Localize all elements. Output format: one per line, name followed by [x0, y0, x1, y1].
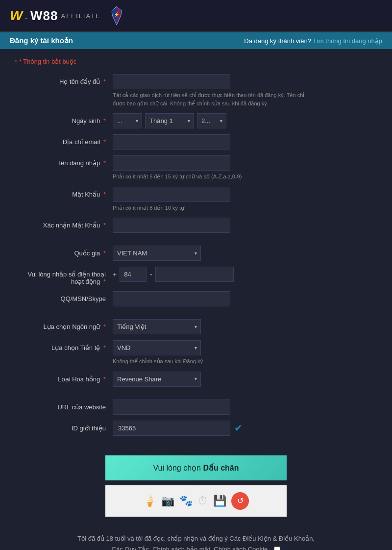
captcha-refresh-button[interactable]: ↺ — [231, 492, 249, 510]
dob-day-wrapper: ... — [113, 113, 142, 128]
confirm-password-row: Xác nhận Mật Khẩu * — [15, 218, 377, 233]
qq-input[interactable] — [113, 291, 230, 306]
language-row: Lựa chọn Ngôn ngữ * Tiếng Việt — [15, 319, 377, 334]
dob-row: Ngày sinh * ... Tháng 1 2... — [15, 113, 377, 128]
top-bar: Đăng ký tài khoản Đã đăng ký thành viên?… — [0, 32, 392, 49]
commission-select[interactable]: Revenue Share — [113, 372, 201, 387]
registration-form: * * Thông tin bắt buộc Họ tên đầy đủ * T… — [0, 49, 392, 550]
login-link[interactable]: Tìm thông tin đăng nhập — [313, 37, 382, 45]
phone-dash: - — [149, 270, 152, 279]
captcha-row: 🍦 📷 🐾 ⏱ 💾 ↺ — [105, 485, 287, 517]
username-field: Phải có ít nhất 6 đến 15 ký tự chữ và số… — [113, 155, 377, 181]
captcha-icon-floppy[interactable]: 💾 — [213, 495, 226, 507]
commission-label: Loại Hoa hồng * — [15, 372, 113, 383]
captcha-icon-camera[interactable]: 📷 — [161, 495, 174, 507]
terms-line2: Các Quy Tắc, Chính sách bảo mật, Chính s… — [44, 544, 348, 550]
captcha-icon-paw[interactable]: 🐾 — [179, 495, 193, 507]
language-select-wrapper: Tiếng Việt — [113, 319, 201, 334]
full-name-hint: Tất cả các giao dịch rút tiền sẽ chỉ đượ… — [113, 91, 309, 107]
dob-label: Ngày sinh * — [15, 113, 113, 125]
confirm-password-input[interactable] — [113, 218, 230, 233]
dob-day-select[interactable]: ... — [113, 113, 142, 128]
crystal-palace-logo: ⚡ — [107, 6, 126, 25]
country-select[interactable]: VIET NAM — [113, 246, 201, 261]
referral-field: ✔ — [113, 421, 377, 436]
dob-month-select[interactable]: Tháng 1 — [145, 113, 194, 128]
country-field: VIET NAM — [113, 246, 377, 261]
currency-row: Lựa chọn Tiền tệ * VND Không thể chỉnh s… — [15, 340, 377, 366]
website-row: URL của website — [15, 400, 377, 415]
logo-dot: . — [24, 10, 27, 22]
country-select-wrapper: VIET NAM — [113, 246, 201, 261]
currency-select-wrapper: VND — [113, 340, 201, 355]
confirm-password-label: Xác nhận Mật Khẩu * — [15, 218, 113, 229]
svg-text:⚡: ⚡ — [114, 12, 120, 18]
language-select[interactable]: Tiếng Việt — [113, 319, 201, 334]
phone-number-input[interactable] — [155, 267, 234, 282]
footprint-button[interactable]: Vui lòng chọn Dấu chân — [105, 455, 287, 480]
currency-label: Lựa chọn Tiền tệ * — [15, 340, 113, 351]
language-label: Lựa chọn Ngôn ngữ * — [15, 319, 113, 330]
referral-row: ID giới thiệu ✔ — [15, 421, 377, 436]
username-input[interactable] — [113, 155, 230, 171]
logo-w88: W88 — [30, 8, 58, 24]
logo-affiliate: AFFILIATE — [61, 12, 100, 20]
full-name-field: Tất cả các giao dịch rút tiền sẽ chỉ đượ… — [113, 74, 377, 107]
username-hint: Phải có ít nhất 6 đến 15 ký tự chữ và số… — [113, 173, 309, 181]
password-label: Mật Khẩu * — [15, 187, 113, 198]
terms-area: Tôi đã đủ 18 tuổi và tôi đã đọc, chấp nh… — [15, 525, 377, 550]
commission-field: Revenue Share — [113, 372, 377, 387]
terms-line1: Tôi đã đủ 18 tuổi và tôi đã đọc, chấp nh… — [44, 533, 348, 544]
email-input[interactable] — [113, 134, 230, 150]
confirm-password-field — [113, 218, 377, 233]
phone-row: Vui lòng nhập số điện thoại hoạt động * … — [15, 267, 377, 285]
referral-label: ID giới thiệu — [15, 421, 113, 432]
phone-code-input[interactable] — [120, 267, 147, 282]
password-hint: Phải có ít nhất 8 đến 10 ký tự — [113, 204, 309, 212]
website-label: URL của website — [15, 400, 113, 411]
commission-row: Loại Hoa hồng * Revenue Share — [15, 372, 377, 387]
captcha-icon-icecream[interactable]: 🍦 — [143, 495, 156, 507]
email-label: Địa chỉ email * — [15, 134, 113, 146]
qq-field — [113, 291, 377, 306]
currency-select[interactable]: VND — [113, 340, 201, 355]
username-label: tên đăng nhập * — [15, 155, 113, 167]
country-row: Quốc gia * VIET NAM — [15, 246, 377, 261]
referral-input[interactable] — [113, 421, 230, 436]
dob-field: ... Tháng 1 2... — [113, 113, 377, 128]
header: W . W88 AFFILIATE ⚡ — [0, 0, 392, 32]
qq-label: QQ/MSN/Skype — [15, 291, 113, 302]
footprint-btn-bold: Dấu chân — [203, 464, 239, 472]
dob-year-wrapper: 2... — [197, 113, 226, 128]
dob-month-wrapper: Tháng 1 — [145, 113, 194, 128]
full-name-label: Họ tên đầy đủ * — [15, 74, 113, 85]
website-field — [113, 400, 377, 415]
required-note: * * Thông tin bắt buộc — [15, 58, 377, 65]
captcha-icon-speedometer[interactable]: ⏱ — [197, 495, 208, 507]
country-label: Quốc gia * — [15, 246, 113, 257]
language-field: Tiếng Việt — [113, 319, 377, 334]
logo-w: W — [10, 8, 23, 24]
phone-field: + - — [113, 267, 377, 282]
password-row: Mật Khẩu * Phải có ít nhất 8 đến 10 ký t… — [15, 187, 377, 212]
currency-field: VND Không thể chỉnh sửa sau khi Đăng ký — [113, 340, 377, 366]
terms-checkbox[interactable] — [274, 547, 280, 550]
already-member-text: Đã đăng ký thành viên? Tìm thông tin đăn… — [244, 37, 382, 45]
email-field — [113, 134, 377, 150]
full-name-input[interactable] — [113, 74, 230, 89]
email-row: Địa chỉ email * — [15, 134, 377, 150]
dob-year-select[interactable]: 2... — [197, 113, 226, 128]
footprint-btn-text: Vui lòng chọn — [153, 464, 203, 472]
username-row: tên đăng nhập * Phải có ít nhất 6 đến 15… — [15, 155, 377, 181]
password-input[interactable] — [113, 187, 230, 202]
password-field: Phải có ít nhất 8 đến 10 ký tự — [113, 187, 377, 212]
referral-check-icon: ✔ — [234, 422, 243, 434]
qq-row: QQ/MSN/Skype — [15, 291, 377, 306]
phone-plus-sign: + — [113, 271, 117, 278]
page-title: Đăng ký tài khoản — [10, 36, 73, 45]
full-name-row: Họ tên đầy đủ * Tất cả các giao dịch rút… — [15, 74, 377, 107]
commission-select-wrapper: Revenue Share — [113, 372, 201, 387]
currency-note: Không thể chỉnh sửa sau khi Đăng ký — [113, 357, 309, 366]
phone-label: Vui lòng nhập số điện thoại hoạt động * — [15, 267, 113, 285]
website-input[interactable] — [113, 400, 230, 415]
